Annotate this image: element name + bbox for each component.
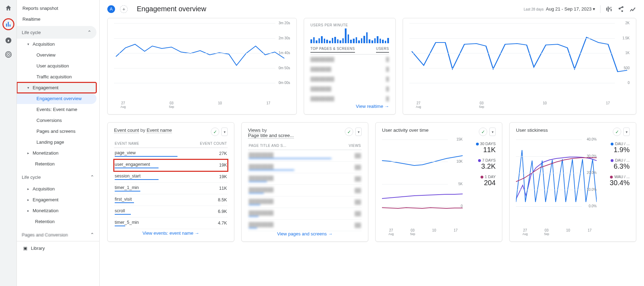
check-icon[interactable]: ✓	[345, 128, 353, 136]
nav-group-engagement[interactable]: ▾Engagement	[17, 82, 96, 93]
nav-acq-overview[interactable]: Overview	[17, 50, 99, 60]
table-row[interactable]: ██████████	[248, 150, 362, 162]
advertising-icon[interactable]	[5, 51, 12, 58]
upm-tabs: TOP PAGES & SCREENS USERS	[310, 47, 389, 54]
stickiness-title: User stickiness	[516, 128, 548, 133]
audience-badge[interactable]: A	[107, 5, 115, 13]
table-row[interactable]: session_start19K	[114, 171, 228, 183]
card-users-per-minute: USERS PER MINUTE TOP PAGES & SCREENS USE…	[304, 18, 396, 115]
nav-section-lifecycle[interactable]: Life cycle ⌃	[17, 26, 96, 39]
upm-title: USERS PER MINUTE	[310, 23, 389, 27]
icon-rail	[0, 0, 17, 286]
upm-bar-chart	[310, 28, 389, 43]
dropdown-icon[interactable]: ▾	[355, 128, 362, 136]
upm-tab-users: USERS	[376, 47, 389, 53]
nav-section-label-3: Pages and Conversion	[22, 232, 68, 238]
chevron-up-icon: ⌃	[90, 174, 94, 180]
table-row[interactable]: user_engagement19K	[114, 160, 228, 171]
nav-eng-events[interactable]: Events: Event name	[17, 104, 99, 115]
library-icon: ▣	[23, 246, 27, 251]
nav-group-eng-2[interactable]: ▸Engagement	[17, 194, 99, 205]
table-row[interactable]: page_view27K	[114, 148, 228, 160]
activity-title: User activity over time	[382, 128, 429, 133]
main-panel: A + Engagement overview Last 28 days Aug…	[100, 0, 644, 286]
home-icon[interactable]	[5, 4, 12, 12]
table-row[interactable]: first_visit8.5K	[114, 194, 228, 206]
card-event-count: Event count by Event name ✓▾ EVENT NAMEE…	[107, 122, 234, 242]
nav-section-lifecycle-2[interactable]: Life cycle ⌃	[17, 171, 99, 183]
nav-group-acquisition[interactable]: ▾Acquisition	[17, 39, 99, 50]
table-row[interactable]: timer_1_min11K	[114, 183, 228, 194]
nav-acq-traffic[interactable]: Traffic acquisition	[17, 71, 99, 82]
explore-icon[interactable]	[5, 37, 12, 44]
views-table: PAGE TITLE AND S...VIEWS ███████████████…	[248, 142, 362, 231]
event-count-title: Event count by Event name	[114, 128, 172, 133]
dropdown-icon[interactable]: ▾	[489, 128, 496, 136]
check-icon[interactable]: ✓	[211, 128, 219, 136]
card-users: 2K1.5K1K5000 27Aug03Sep1017	[403, 18, 636, 115]
nav-retention[interactable]: Retention	[17, 158, 99, 169]
x-axis: 27Aug03Sep1017	[384, 228, 463, 236]
view-events-link[interactable]: View events: event name	[114, 230, 228, 236]
nav-section-label-2: Life cycle	[22, 175, 41, 180]
nav-library[interactable]: ▣ Library	[17, 241, 99, 255]
activity-lines	[382, 139, 463, 210]
event-count-table: EVENT NAMEEVENT COUNT page_view27Kuser_e…	[114, 139, 228, 229]
stickiness-lines	[516, 139, 597, 210]
page-header: A + Engagement overview Last 28 days Aug…	[100, 0, 644, 18]
table-row[interactable]: ██████████	[248, 173, 362, 185]
card-views: Views byPage title and scree... ✓▾ PAGE …	[241, 122, 368, 242]
chevron-up-icon: ⌃	[87, 30, 92, 35]
svg-point-0	[8, 54, 9, 55]
check-icon[interactable]: ✓	[613, 128, 621, 136]
table-row[interactable]: ██████████	[248, 208, 362, 220]
x-axis: 27Aug03Sep1017	[411, 101, 615, 109]
engagement-time-line	[114, 23, 290, 86]
activity-legend: 30 DAYS11K7 DAYS3.2K1 DAY204	[465, 139, 496, 226]
nav-realtime[interactable]: Realtime	[17, 14, 99, 25]
stickiness-legend: DAU / ...1.9%DAU / ...6.3%WAU / ...30.4%	[599, 139, 630, 226]
nav-section-pages-conv[interactable]: Pages and Conversion ⌃	[17, 228, 99, 241]
upm-rows: █████████ ████████ █████████ ████████ ██…	[310, 54, 389, 104]
upm-tab-pages: TOP PAGES & SCREENS	[310, 47, 355, 53]
chevron-up-icon: ⌃	[90, 232, 94, 238]
nav-group-mon-2[interactable]: ▸Monetization	[17, 205, 99, 216]
nav-group-monetization[interactable]: ▸Monetization	[17, 148, 99, 158]
insights-icon[interactable]	[629, 6, 636, 13]
nav-section-label: Life cycle	[22, 30, 41, 35]
table-row[interactable]: scroll6.9K	[114, 206, 228, 217]
view-realtime-link[interactable]: View realtime	[310, 104, 389, 109]
card-user-stickiness: User stickiness ✓▾ 40.0%30.0%20.0%10.0%0…	[509, 122, 636, 242]
date-range-picker[interactable]: Last 28 days Aug 21 - Sep 17, 2023 ▾	[524, 6, 595, 12]
nav-ret-2[interactable]: Retention	[17, 216, 99, 227]
table-row[interactable]: timer_5_min4.7K	[114, 217, 228, 229]
page-title: Engagement overview	[137, 5, 206, 13]
nav-acq-user[interactable]: User acquisition	[17, 60, 99, 71]
nav-group-acq-2[interactable]: ▸Acquisition	[17, 183, 99, 194]
x-axis: 27Aug03Sep1017	[116, 101, 275, 109]
views-title: Views byPage title and scree...	[248, 128, 294, 138]
divider	[600, 5, 601, 13]
customize-report-icon[interactable]	[605, 6, 612, 13]
dropdown-icon[interactable]: ▾	[221, 128, 228, 136]
table-row[interactable]: ██████████	[248, 162, 362, 173]
check-icon[interactable]: ✓	[479, 128, 487, 136]
x-axis: 27Aug03Sep1017	[518, 228, 597, 236]
table-row[interactable]: ██████████	[248, 196, 362, 208]
nav-eng-conv[interactable]: Conversions	[17, 115, 99, 126]
dropdown-icon[interactable]: ▾	[623, 128, 630, 136]
users-line	[409, 23, 630, 86]
nav-reports-snapshot[interactable]: Reports snapshot	[17, 3, 99, 14]
share-icon[interactable]	[617, 6, 624, 13]
table-row[interactable]: ██████████	[248, 185, 362, 196]
view-pages-link[interactable]: View pages and screens	[248, 231, 362, 236]
reports-icon[interactable]	[2, 18, 14, 30]
nav-eng-landing[interactable]: Landing page	[17, 137, 99, 148]
card-user-activity: User activity over time ✓▾ 15K10K5K0 30 …	[375, 122, 502, 242]
nav-eng-pages[interactable]: Pages and screens	[17, 126, 99, 137]
report-nav: Reports snapshot Realtime Life cycle ⌃ ▾…	[17, 0, 100, 286]
card-engagement-time: 3m 20s2m 30s1m 40s0m 50s0m 00s 27Aug03Se…	[107, 18, 297, 115]
table-row[interactable]: ██████████	[248, 220, 362, 231]
nav-eng-overview[interactable]: Engagement overview	[17, 93, 96, 104]
add-comparison-button[interactable]: +	[120, 5, 128, 13]
